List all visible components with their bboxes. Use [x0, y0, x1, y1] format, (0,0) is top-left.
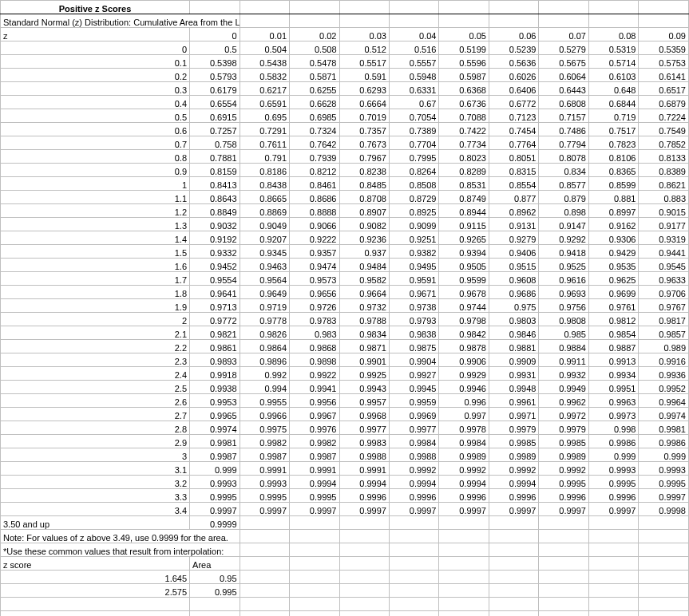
table-row: 3.10.9990.99910.99910.99910.99920.99920.…	[1, 462, 689, 476]
table-row: 2.40.99180.9920.99220.99250.99270.99290.…	[1, 367, 689, 381]
prob-value: 0.879	[539, 191, 588, 204]
z-value: 3.2	[1, 476, 190, 489]
prob-value: 0.9974	[639, 408, 689, 421]
empty-cell	[240, 14, 289, 28]
prob-value: 0.5793	[190, 69, 240, 82]
col-header: 0.03	[339, 28, 389, 41]
empty-cell	[290, 1, 339, 14]
empty-cell	[489, 611, 538, 617]
prob-value: 0.994	[240, 381, 289, 394]
interp-col-area: Area	[190, 557, 240, 571]
prob-value: 0.5557	[389, 55, 438, 69]
prob-value: 0.9994	[290, 476, 339, 489]
prob-value: 0.985	[539, 326, 588, 340]
prob-value: 0.5517	[339, 55, 389, 69]
prob-value: 0.9474	[290, 259, 339, 272]
prob-value: 0.8289	[439, 164, 489, 177]
prob-value: 0.9959	[389, 394, 438, 408]
prob-value: 0.996	[439, 394, 489, 408]
prob-value: 0.7389	[389, 123, 438, 136]
empty-cell	[639, 530, 689, 543]
z-table: Positive z ScoresStandard Normal (z) Dis…	[0, 0, 689, 616]
prob-value: 0.9783	[290, 313, 339, 326]
prob-value: 0.9099	[389, 218, 438, 231]
prob-value: 0.8238	[339, 164, 389, 177]
prob-value: 0.8159	[190, 164, 240, 177]
prob-value: 0.512	[339, 41, 389, 55]
empty-cell	[439, 557, 489, 571]
table-row: 1.20.88490.88690.88880.89070.89250.89440…	[1, 204, 689, 218]
empty-cell	[489, 557, 538, 571]
empty-cell	[439, 598, 489, 611]
prob-value: 0.9993	[588, 462, 638, 476]
empty-cell	[639, 14, 689, 28]
table-row: 2.90.99810.99820.99820.99830.99840.99840…	[1, 435, 689, 448]
prob-value: 0.9991	[240, 462, 289, 476]
empty-cell	[439, 571, 489, 584]
prob-value: 0.8621	[639, 177, 689, 191]
prob-value: 0.6808	[539, 96, 588, 109]
prob-value: 0.6368	[439, 82, 489, 96]
prob-value: 0.881	[588, 191, 638, 204]
prob-value: 0.9756	[539, 299, 588, 313]
prob-value: 0.9236	[339, 231, 389, 245]
empty-cell	[290, 598, 339, 611]
z-value: 0.5	[1, 109, 190, 123]
prob-value: 0.9972	[539, 408, 588, 421]
col-header: 0	[190, 28, 240, 41]
prob-value: 0.8962	[489, 204, 538, 218]
table-row: 2.20.98610.98640.98680.98710.98750.98780…	[1, 340, 689, 353]
prob-value: 0.6179	[190, 82, 240, 96]
prob-value: 0.5948	[389, 69, 438, 82]
prob-value: 0.7291	[240, 123, 289, 136]
prob-value: 0.719	[588, 109, 638, 123]
table-subtitle: Standard Normal (z) Distribution: Cumula…	[1, 14, 240, 28]
prob-value: 0.6217	[240, 82, 289, 96]
prob-value: 0.9997	[339, 503, 389, 516]
empty-cell	[539, 557, 588, 571]
z-value: 1.1	[1, 191, 190, 204]
prob-value: 0.9991	[339, 462, 389, 476]
prob-value: 0.8599	[588, 177, 638, 191]
prob-value: 0.9997	[489, 503, 538, 516]
prob-value: 0.9987	[290, 448, 339, 462]
prob-value: 0.9986	[639, 435, 689, 448]
prob-value: 0.975	[489, 299, 538, 313]
empty-cell	[290, 530, 339, 543]
prob-value: 0.937	[339, 245, 389, 259]
prob-value: 0.9719	[240, 299, 289, 313]
prob-value: 0.9726	[290, 299, 339, 313]
table-row: 2.60.99530.99550.99560.99570.99590.9960.…	[1, 394, 689, 408]
prob-value: 0.7611	[240, 136, 289, 150]
prob-value: 0.9573	[290, 272, 339, 286]
prob-value: 0.9826	[240, 326, 289, 340]
prob-value: 0.6517	[639, 82, 689, 96]
empty-cell	[240, 584, 289, 598]
prob-value: 0.9864	[240, 340, 289, 353]
prob-value: 0.9279	[489, 231, 538, 245]
prob-value: 0.6255	[290, 82, 339, 96]
col-header: 0.06	[489, 28, 538, 41]
empty-cell	[240, 611, 289, 617]
prob-value: 0.6443	[539, 82, 588, 96]
prob-value: 0.9996	[539, 489, 588, 503]
prob-value: 0.5478	[290, 55, 339, 69]
empty-cell	[389, 1, 438, 14]
prob-value: 0.9993	[240, 476, 289, 489]
prob-value: 0.6103	[588, 69, 638, 82]
prob-value: 0.5199	[439, 41, 489, 55]
prob-value: 0.7422	[439, 123, 489, 136]
prob-value: 0.998	[588, 421, 638, 435]
empty-cell	[588, 1, 638, 14]
prob-value: 0.992	[240, 367, 289, 381]
prob-value: 0.7967	[339, 150, 389, 164]
empty-cell	[439, 584, 489, 598]
table-row: 0.20.57930.58320.58710.5910.59480.59870.…	[1, 69, 689, 82]
prob-value: 0.7995	[389, 150, 438, 164]
prob-value: 0.9929	[439, 367, 489, 381]
prob-value: 0.67	[389, 96, 438, 109]
prob-value: 0.8365	[588, 164, 638, 177]
empty-cell	[639, 516, 689, 530]
empty-cell	[339, 1, 389, 14]
prob-value: 0.9854	[588, 326, 638, 340]
